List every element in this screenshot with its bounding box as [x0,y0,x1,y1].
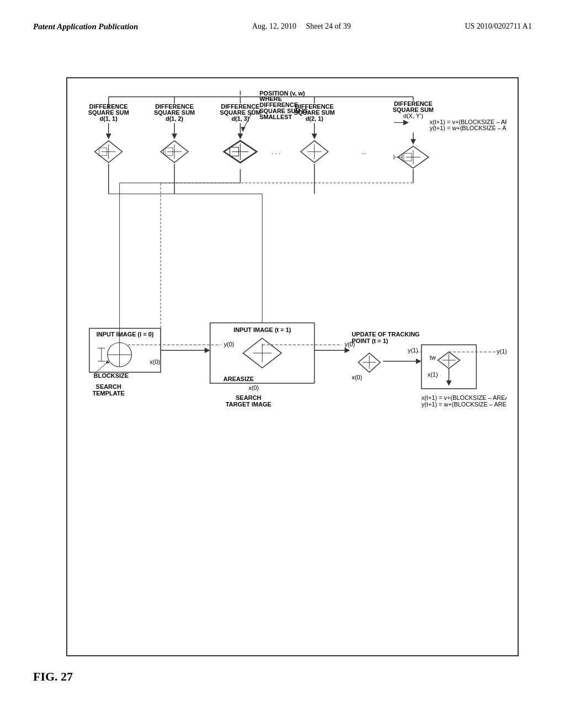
svg-text:SEARCH: SEARCH [236,394,261,401]
svg-marker-34 [241,127,245,132]
publication-date: Aug. 12, 2010 [252,22,296,30]
svg-text:x(0): x(0) [351,374,362,381]
svg-text:x(0): x(0) [248,384,259,391]
svg-text:y(1): y(1) [408,347,418,354]
svg-text:y(0): y(0) [224,341,234,347]
svg-text:SEARCH: SEARCH [96,383,121,390]
main-diagram: DIFFERENCE SQUARE SUM d(1, 1) DIFFERENCE… [78,89,507,644]
svg-text:TEMPLATE: TEMPLATE [93,390,125,397]
svg-text:x(t+1) = v+(BLOCKSIZE – AREASI: x(t+1) = v+(BLOCKSIZE – AREASIZE)/2+x(t) [422,394,507,401]
diagram-inner: DIFFERENCE SQUARE SUM d(1, 1) DIFFERENCE… [78,89,507,644]
header-center: Aug. 12, 2010 Sheet 24 of 39 [252,22,351,31]
svg-text:y(1): y(1) [497,348,507,355]
diagram-container: DIFFERENCE SQUARE SUM d(1, 1) DIFFERENCE… [66,77,519,656]
svg-text:POINT (t = 1): POINT (t = 1) [351,338,388,344]
figure-label: FIG. 27 [33,670,73,684]
svg-marker-101 [416,358,422,364]
svg-marker-80 [205,347,210,353]
svg-text:x(0): x(0) [150,358,160,365]
sheet-info: Sheet 24 of 39 [306,22,351,30]
page-header: Patent Application Publication Aug. 12, … [0,0,565,42]
svg-text:···: ··· [361,150,366,157]
svg-text:tw: tw [430,354,436,361]
publication-title: Patent Application Publication [33,22,138,31]
svg-text:INPUT IMAGE (t = 1): INPUT IMAGE (t = 1) [233,326,291,333]
svg-marker-23 [238,133,243,139]
svg-text:d(1, 3): d(1, 3) [231,115,249,122]
svg-text:TARGET IMAGE: TARGET IMAGE [226,401,271,408]
svg-marker-39 [312,133,317,139]
svg-text:y(t+1) = w+(BLOCKSIZE – AREASI: y(t+1) = w+(BLOCKSIZE – AREASIZE)/2+y(t) [430,125,507,131]
svg-text:INPUT IMAGE (l = 0): INPUT IMAGE (l = 0) [97,331,154,338]
svg-text:UPDATE OF TRACKING: UPDATE OF TRACKING [351,331,419,338]
svg-text:d(1, 2): d(1, 2) [166,115,184,122]
svg-text:BLOCKSIZE: BLOCKSIZE [94,372,129,379]
svg-marker-13 [172,133,177,139]
svg-text:x(1): x(1) [428,371,438,378]
svg-text:d(X, Y'): d(X, Y') [403,113,423,119]
patent-number: US 2010/0202711 A1 [465,22,532,31]
svg-marker-4 [106,133,111,139]
svg-text:d(1, 1): d(1, 1) [100,115,118,122]
svg-text:·  ·  ·: · · · [272,150,280,157]
svg-text:AREASIZE: AREASIZE [223,376,254,382]
svg-marker-112 [446,381,452,386]
svg-marker-93 [345,347,350,353]
svg-marker-49 [411,139,416,144]
svg-marker-51 [403,120,409,125]
svg-text:d(2, 1): d(2, 1) [306,115,324,122]
svg-text:y(t+1) = w+(BLOCKSIZE – AREASI: y(t+1) = w+(BLOCKSIZE – AREASIZE)/2+y(t) [422,401,507,408]
svg-text:SMALLEST: SMALLEST [259,114,292,120]
